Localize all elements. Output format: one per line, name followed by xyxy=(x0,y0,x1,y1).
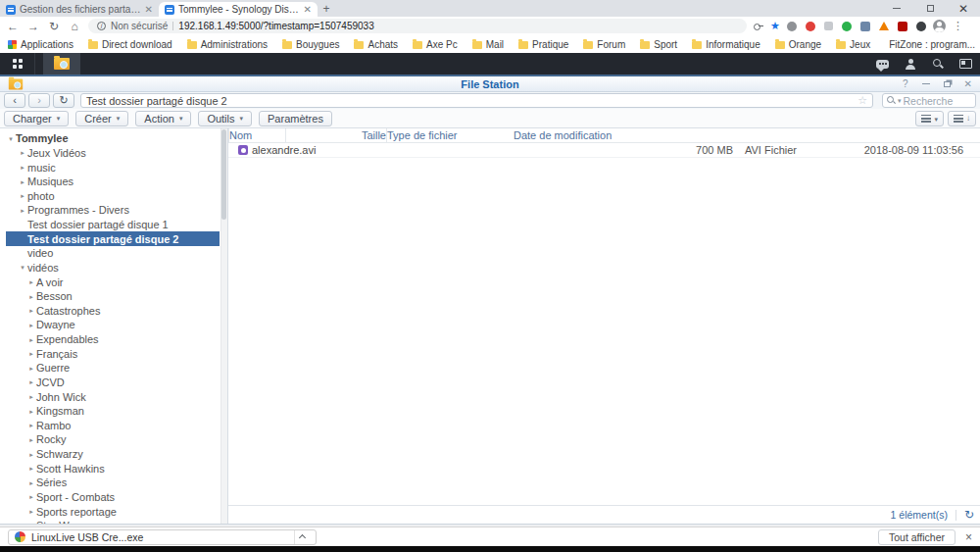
tree-item[interactable]: Guerre xyxy=(6,361,220,376)
search-input[interactable] xyxy=(904,95,971,107)
tree-item[interactable]: Star Wars xyxy=(6,519,220,524)
expand-arrow-icon[interactable] xyxy=(26,336,36,343)
password-key-icon[interactable] xyxy=(754,22,763,31)
user-options-icon[interactable] xyxy=(905,59,916,70)
column-header[interactable]: Date de modification xyxy=(514,128,612,142)
path-input[interactable] xyxy=(86,94,858,107)
tree-item[interactable]: Catastrophes xyxy=(6,304,220,319)
show-all-downloads-button[interactable]: Tout afficher xyxy=(878,529,956,545)
download-item-menu[interactable] xyxy=(294,530,310,544)
bookmark-item[interactable]: Direct download xyxy=(88,39,172,50)
tree-item[interactable]: Rambo xyxy=(6,419,220,433)
forward-icon[interactable]: → xyxy=(26,21,40,32)
download-item[interactable]: LinuxLive USB Cre...exe xyxy=(8,529,317,545)
bookmark-item[interactable]: Forum xyxy=(583,39,625,50)
expand-arrow-icon[interactable] xyxy=(6,135,16,142)
bookmark-item[interactable]: FitZone : program... xyxy=(885,39,975,50)
toolbar-button[interactable]: Créer ▾ xyxy=(75,111,128,126)
bookmark-item[interactable]: Orange xyxy=(775,39,821,50)
file-row[interactable]: alexandre.avi 700 MB AVI Fichier 2018-08… xyxy=(228,143,980,158)
bookmark-item[interactable]: Administrations xyxy=(187,39,268,50)
search-options-caret-icon[interactable]: ▾ xyxy=(898,97,902,104)
url-box[interactable]: i Non sécurisé 192.168.1.49:5000/?timest… xyxy=(88,19,747,33)
expand-arrow-icon[interactable] xyxy=(26,365,36,372)
bookmark-item[interactable]: Pratique xyxy=(518,39,568,50)
tree-item[interactable]: Schwarzy xyxy=(6,447,220,462)
tree-item[interactable]: music xyxy=(6,160,220,175)
expand-arrow-icon[interactable] xyxy=(26,422,36,428)
widgets-icon[interactable] xyxy=(959,59,972,69)
fs-refresh-button[interactable]: ↻ xyxy=(53,93,74,108)
tab-close-icon[interactable]: ✕ xyxy=(304,5,312,15)
tree-item[interactable]: Jeux Vidéos xyxy=(6,146,220,161)
extension-icon[interactable] xyxy=(824,22,833,30)
scrollbar-thumb[interactable] xyxy=(221,129,226,220)
tree-item[interactable]: Besson xyxy=(6,289,220,304)
bookmark-item[interactable]: Sport xyxy=(640,39,677,50)
tree-item[interactable]: Programmes - Divers xyxy=(6,203,220,218)
expand-arrow-icon[interactable] xyxy=(26,293,36,300)
sort-button[interactable]: ↓ xyxy=(948,111,976,126)
tree-item[interactable]: Séries xyxy=(6,476,220,490)
tree-item[interactable]: Français xyxy=(6,346,220,361)
sidebar-scrollbar[interactable] xyxy=(220,128,227,524)
maximize-button[interactable] xyxy=(913,0,947,17)
column-header[interactable]: Nom xyxy=(228,128,285,142)
expand-arrow-icon[interactable] xyxy=(26,378,36,385)
tree-item[interactable]: Scott Hawkins xyxy=(6,461,220,476)
column-header[interactable]: Taille xyxy=(285,128,386,142)
expand-arrow-icon[interactable] xyxy=(26,508,36,515)
back-icon[interactable]: ← xyxy=(6,21,20,32)
expand-arrow-icon[interactable] xyxy=(26,465,36,472)
path-field[interactable]: ☆ xyxy=(80,93,873,108)
toolbar-button[interactable]: Paramètres ▾ xyxy=(259,111,332,126)
tree-item[interactable]: Sport - Combats xyxy=(6,490,220,505)
browser-menu-icon[interactable]: ⋮ xyxy=(953,21,963,31)
profile-avatar-icon[interactable] xyxy=(933,20,946,32)
tree-item[interactable]: photo xyxy=(6,189,220,204)
tree-item[interactable]: Kingsman xyxy=(6,404,220,419)
tab-close-icon[interactable]: ✕ xyxy=(145,5,153,15)
window-close-icon[interactable]: ✕ xyxy=(964,79,972,89)
tree-item[interactable]: John Wick xyxy=(6,389,220,404)
tab-tommylee-diskstation[interactable]: Tommylee - Synology DiskStation ✕ xyxy=(159,2,318,17)
tab-shared-files[interactable]: Gestion des fichiers partagés - In ✕ xyxy=(0,2,159,17)
main-menu-button[interactable] xyxy=(0,53,35,75)
notifications-icon[interactable] xyxy=(876,60,889,69)
extension-icon[interactable] xyxy=(898,22,907,31)
expand-arrow-icon[interactable] xyxy=(18,207,27,214)
download-bar-close-icon[interactable]: × xyxy=(965,531,972,543)
expand-arrow-icon[interactable] xyxy=(26,393,36,400)
toolbar-button[interactable]: Charger ▾ xyxy=(4,111,69,126)
tree-item[interactable]: Rocky xyxy=(6,432,220,447)
view-mode-button[interactable]: ▾ xyxy=(915,111,944,126)
fs-forward-button[interactable]: › xyxy=(28,93,50,108)
extension-icon[interactable] xyxy=(842,22,852,31)
bookmark-item[interactable]: Informatique xyxy=(692,39,760,50)
expand-arrow-icon[interactable] xyxy=(26,523,36,524)
extension-icon[interactable] xyxy=(787,22,797,31)
tree-item[interactable]: video xyxy=(6,246,220,261)
favorite-star-icon[interactable]: ☆ xyxy=(858,95,867,106)
bookmark-star-icon[interactable]: ★ xyxy=(770,21,780,31)
expand-arrow-icon[interactable] xyxy=(26,408,36,415)
toolbar-button[interactable]: Action ▾ xyxy=(135,111,191,126)
expand-arrow-icon[interactable] xyxy=(26,451,36,458)
minimize-button[interactable] xyxy=(880,0,913,17)
fs-back-button[interactable]: ‹ xyxy=(4,93,25,108)
refresh-list-icon[interactable]: ↻ xyxy=(964,509,974,521)
window-minimize-icon[interactable] xyxy=(922,83,930,84)
expand-arrow-icon[interactable] xyxy=(18,192,27,199)
expand-arrow-icon[interactable] xyxy=(18,149,27,156)
bookmark-item[interactable]: Bouygues xyxy=(282,39,339,50)
search-box[interactable]: ▾ xyxy=(882,93,976,108)
window-restore-icon[interactable] xyxy=(944,81,951,87)
tree-item[interactable]: Expendables xyxy=(6,332,220,347)
extension-icon[interactable] xyxy=(860,22,870,31)
tree-item[interactable]: Test dossier partagé disque 2 xyxy=(6,231,220,246)
column-header[interactable]: Type de fichier xyxy=(386,128,514,142)
toolbar-button[interactable]: Outils ▾ xyxy=(198,111,252,126)
extension-icon[interactable] xyxy=(879,22,889,30)
pilot-help-icon[interactable]: ? xyxy=(903,79,908,89)
bookmark-item[interactable]: Axe Pc xyxy=(413,39,458,50)
